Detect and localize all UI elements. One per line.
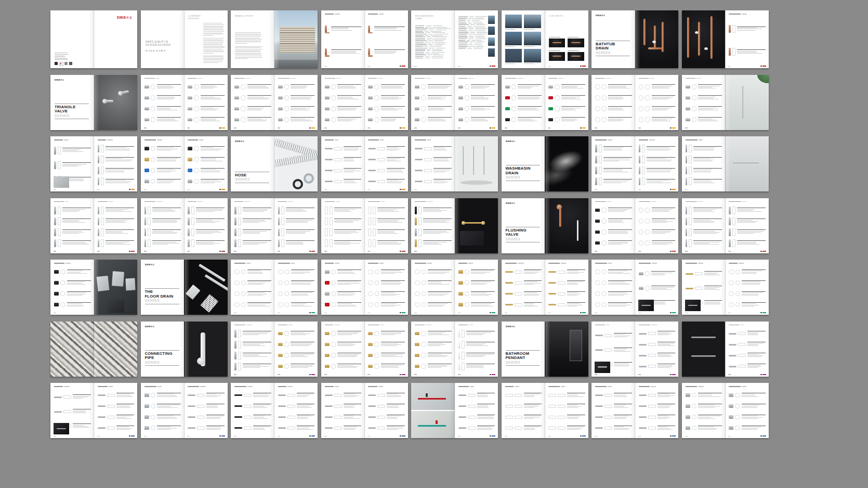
catalog-page xyxy=(455,10,498,68)
product-line-drawing xyxy=(284,291,290,297)
brand-statement: DIKE'S QUALITY IS AS SOLID AS A ROCK帝克品质… xyxy=(146,41,178,54)
spec-rule xyxy=(116,426,135,426)
product-line-drawing xyxy=(639,208,644,213)
spec-text-line xyxy=(567,294,581,294)
spec-rule xyxy=(331,49,362,50)
product-line-drawing xyxy=(368,217,371,225)
catalog-page xyxy=(591,322,635,377)
spec-text-block xyxy=(247,269,271,274)
spec-rule xyxy=(196,240,225,241)
catalog-page xyxy=(545,383,588,438)
spec-text-block xyxy=(337,269,361,274)
spec-text-line xyxy=(337,305,355,305)
spec-page-header xyxy=(595,139,612,140)
product-line-drawing xyxy=(60,280,65,286)
product-line-drawing xyxy=(284,117,290,122)
product-row xyxy=(188,114,225,125)
spec-text-line xyxy=(381,295,396,296)
spec-text-block xyxy=(651,286,675,290)
spec-text-block xyxy=(206,393,225,397)
product-photo-thumb xyxy=(458,394,466,396)
product-row xyxy=(325,154,362,165)
spec-text-line xyxy=(698,396,720,397)
spec-text-line xyxy=(247,120,268,120)
spec-text-block xyxy=(698,95,722,100)
spec-rule xyxy=(337,106,361,107)
spec-page-header xyxy=(595,78,611,79)
header-rule-light xyxy=(378,78,383,79)
header-rule-light xyxy=(291,78,295,79)
spec-rule xyxy=(381,280,405,281)
qr-code xyxy=(64,62,68,65)
product-row xyxy=(98,205,135,216)
product-line-drawing xyxy=(194,117,199,122)
spec-text-block xyxy=(291,280,315,285)
product-photo-thumb xyxy=(595,405,603,407)
product-line-drawing xyxy=(241,106,246,111)
header-rule-light xyxy=(156,78,160,79)
product-row xyxy=(458,266,495,277)
product-grid xyxy=(548,390,585,433)
spec-rule xyxy=(291,342,314,342)
spec-text-line xyxy=(387,169,402,170)
contents-thumb-photo xyxy=(549,52,565,61)
product-row xyxy=(505,288,542,299)
page-number xyxy=(414,127,417,128)
spec-text-block xyxy=(152,240,181,245)
spec-rule xyxy=(62,162,91,163)
spec-text-block xyxy=(62,229,91,234)
spec-text-line xyxy=(428,98,441,98)
spec-text-line xyxy=(471,305,490,305)
catalog-spread: DIKE帝克FLUSHINGVALVESERIES xyxy=(502,198,588,253)
catalog-page xyxy=(364,198,408,253)
spec-text-block xyxy=(116,426,135,430)
spec-page-header xyxy=(188,139,203,140)
product-line-drawing xyxy=(148,217,151,225)
brand-logo: DIKE帝克 xyxy=(506,202,515,204)
page-number xyxy=(728,313,731,313)
product-line-drawing xyxy=(238,330,241,338)
product-row xyxy=(144,238,181,249)
brand-logo: DIKE帝克 xyxy=(55,79,64,81)
spec-text-block xyxy=(518,84,542,89)
spec-rule xyxy=(737,208,766,208)
product-line-drawing xyxy=(101,239,104,247)
project-list-row xyxy=(415,38,451,38)
spec-text-line xyxy=(243,232,260,233)
product-photo-thumb xyxy=(54,396,62,398)
header-rule-light xyxy=(468,78,474,79)
header-rule-light xyxy=(649,139,655,140)
spec-text-line xyxy=(433,161,449,161)
spec-rule xyxy=(243,240,271,241)
spec-text-line xyxy=(747,335,758,335)
spec-text-line xyxy=(62,166,78,166)
spec-page-header xyxy=(144,78,160,79)
product-row xyxy=(415,114,452,125)
product-line-drawing xyxy=(729,280,734,286)
product-line-drawing xyxy=(191,217,194,225)
spec-text-block xyxy=(518,95,542,100)
product-row xyxy=(98,390,135,401)
spec-rule xyxy=(647,179,675,179)
product-row xyxy=(188,238,225,249)
series-title-block: BATHTUBDRAINSERIES xyxy=(596,40,630,58)
spec-text-line xyxy=(433,147,444,148)
list-cell xyxy=(458,20,465,21)
product-line-drawing xyxy=(58,228,61,236)
spec-rule xyxy=(196,208,225,208)
spec-text-line xyxy=(334,233,351,234)
spec-rule xyxy=(334,208,362,208)
product-photo-thumb xyxy=(98,427,106,429)
spec-text-block xyxy=(704,300,722,305)
product-photo-thumb xyxy=(234,239,236,247)
spec-text-line xyxy=(567,281,584,282)
list-cell xyxy=(432,32,445,33)
header-rule-light xyxy=(246,78,250,79)
product-row xyxy=(595,299,632,310)
spec-text-block xyxy=(337,280,361,285)
catalog-page xyxy=(725,136,769,191)
spec-text-line xyxy=(603,158,629,159)
catalog-spread xyxy=(682,198,769,253)
spec-text-block xyxy=(698,117,722,122)
spec-text-line xyxy=(377,209,397,210)
